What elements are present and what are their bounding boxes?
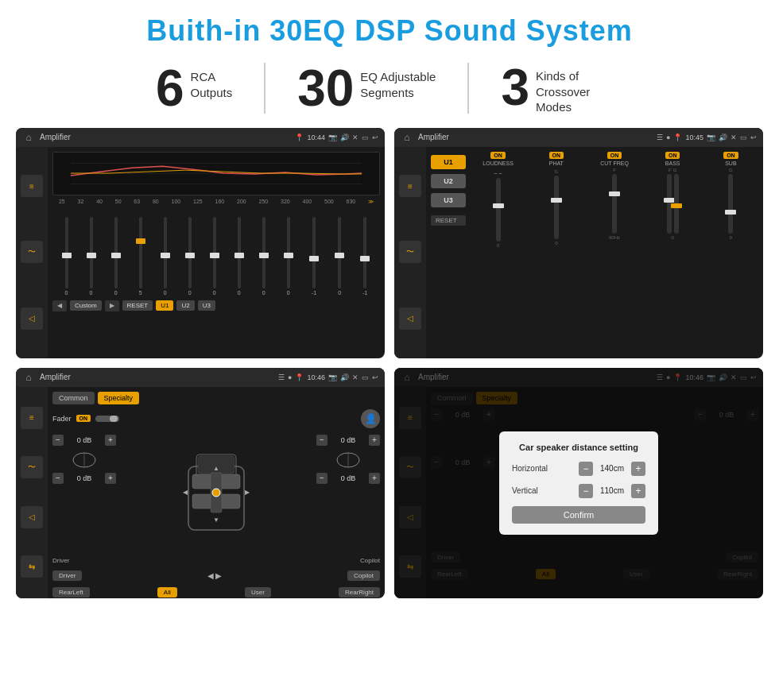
- dialog-horizontal-row: Horizontal − 140cm +: [512, 462, 645, 476]
- rearleft-btn[interactable]: RearLeft: [52, 587, 90, 598]
- fader-left: − 0 dB + − 0 dB: [52, 435, 116, 554]
- u2-btn[interactable]: U2: [431, 174, 466, 188]
- user-btn[interactable]: User: [245, 587, 271, 598]
- eq-play-btn[interactable]: ▶: [105, 300, 119, 311]
- amp-reset-btn[interactable]: RESET: [431, 215, 466, 226]
- eq-u1-btn[interactable]: U1: [156, 300, 173, 311]
- eq-slider-5[interactable]: 0: [188, 208, 192, 296]
- eq-slider-3[interactable]: 5: [139, 208, 142, 296]
- left-sidebar-1: ≡ 〜 ◁: [16, 147, 48, 358]
- sidebar-speaker-icon[interactable]: ◁: [21, 307, 43, 330]
- location-icon-2: 📍: [673, 133, 682, 141]
- sidebar-eq-icon[interactable]: ≡: [21, 175, 43, 197]
- u1-btn[interactable]: U1: [431, 155, 466, 169]
- horizontal-minus-btn[interactable]: −: [579, 462, 593, 476]
- bass-slider-g[interactable]: [674, 174, 679, 234]
- sidebar-speaker-icon-3[interactable]: ◁: [21, 506, 43, 528]
- menu-icon-3: ☰: [278, 373, 285, 381]
- vertical-plus-btn[interactable]: +: [631, 484, 645, 498]
- fader-plus-4[interactable]: +: [369, 473, 380, 484]
- sidebar-eq-icon-2[interactable]: ≡: [399, 175, 421, 197]
- eq-slider-8[interactable]: 0: [262, 208, 265, 296]
- volume-icon-2: 🔊: [719, 133, 727, 141]
- u3-btn[interactable]: U3: [431, 193, 466, 207]
- home-icon-2[interactable]: ⌂: [401, 131, 413, 144]
- fader-val-1: 0 dB: [67, 436, 102, 444]
- stat-label-eq: EQ AdjustableSegments: [360, 69, 436, 100]
- horizontal-plus-btn[interactable]: +: [631, 462, 645, 476]
- cutfreq-slider[interactable]: [612, 174, 617, 234]
- eq-u2-btn[interactable]: U2: [176, 300, 194, 311]
- phat-slider[interactable]: [554, 176, 559, 239]
- screen-eq[interactable]: ⌂ Amplifier 📍 10:44 📷 🔊 ✕ ▭ ↩ ≡ 〜 ◁: [16, 128, 385, 358]
- sub-on[interactable]: ON: [723, 152, 738, 159]
- fader-plus-1[interactable]: +: [105, 435, 116, 446]
- eq-slider-0[interactable]: 0: [65, 208, 68, 296]
- driver-btn[interactable]: Driver: [52, 570, 82, 581]
- car-diagram: ▲ ▼ ◀ ▶: [121, 435, 312, 554]
- screen-fader[interactable]: ⌂ Amplifier ☰ ● 📍 10:46 📷 🔊 ✕ ▭ ↩ ≡ 〜 ◁ …: [16, 368, 385, 598]
- fader-minus-3[interactable]: −: [316, 435, 327, 446]
- home-icon-3[interactable]: ⌂: [22, 371, 35, 384]
- confirm-button[interactable]: Confirm: [512, 506, 645, 524]
- eq-slider-4[interactable]: 0: [164, 208, 167, 296]
- eq-slider-10[interactable]: -1: [312, 208, 316, 296]
- sidebar-wave-icon[interactable]: 〜: [21, 241, 43, 263]
- dot-icon-2: ●: [666, 133, 670, 141]
- bass-on[interactable]: ON: [665, 152, 680, 159]
- fader-on-badge[interactable]: ON: [76, 415, 91, 422]
- top-bar-time-2: 10:45: [685, 133, 703, 141]
- page-title: Buith-in 30EQ DSP Sound System: [0, 0, 779, 56]
- screen-dialog[interactable]: ⌂ Amplifier ☰ ● 📍 10:46 📷 🔊 ✕ ▭ ↩ ≡ 〜 ◁ …: [394, 368, 763, 598]
- home-icon-1[interactable]: ⌂: [22, 131, 35, 144]
- eq-slider-2[interactable]: 0: [114, 208, 118, 296]
- eq-bottom-bar: ◀ Custom ▶ RESET U1 U2 U3: [52, 300, 380, 311]
- fader-plus-3[interactable]: +: [369, 435, 380, 446]
- fader-minus-4[interactable]: −: [316, 473, 327, 484]
- all-btn[interactable]: All: [157, 587, 177, 598]
- eq-custom-btn[interactable]: Custom: [70, 300, 102, 311]
- vertical-minus-btn[interactable]: −: [579, 484, 593, 498]
- bass-section: ON BASS FG 0: [645, 152, 700, 354]
- eq-slider-6[interactable]: 0: [213, 208, 216, 296]
- rearright-btn[interactable]: RearRight: [339, 587, 380, 598]
- sidebar-eq-icon-3[interactable]: ≡: [21, 407, 43, 429]
- tab-specialty[interactable]: Specialty: [98, 392, 140, 404]
- eq-reset-btn[interactable]: RESET: [122, 300, 153, 311]
- left-sidebar-2: ≡ 〜 ◁: [394, 147, 426, 358]
- volume-icon-1: 🔊: [340, 133, 349, 141]
- eq-slider-9[interactable]: 0: [287, 208, 290, 296]
- stat-number-eq: 30: [297, 63, 354, 114]
- eq-slider-12[interactable]: -1: [362, 208, 367, 296]
- person-icon[interactable]: 👤: [361, 409, 380, 428]
- fader-minus-1[interactable]: −: [52, 435, 64, 446]
- cutfreq-on[interactable]: ON: [607, 152, 622, 159]
- chevron-left-icon[interactable]: ◀: [207, 571, 214, 580]
- dot-icon-3: ●: [288, 373, 292, 381]
- copilot-btn[interactable]: Copilot: [347, 570, 380, 581]
- sidebar-speaker-icon-2[interactable]: ◁: [399, 307, 421, 330]
- eq-slider-11[interactable]: 0: [338, 208, 341, 296]
- loudness-on[interactable]: ON: [490, 152, 506, 159]
- fader-plus-2[interactable]: +: [105, 473, 116, 484]
- eq-prev-btn[interactable]: ◀: [52, 300, 67, 311]
- sidebar-arrows-icon-3[interactable]: ⇆: [21, 555, 43, 578]
- eq-slider-7[interactable]: 0: [238, 208, 241, 296]
- sidebar-wave-icon-2[interactable]: 〜: [399, 241, 421, 263]
- chevron-right-icon[interactable]: ▶: [215, 571, 222, 580]
- sidebar-wave-icon-3[interactable]: 〜: [21, 456, 43, 478]
- screen-amp[interactable]: ⌂ Amplifier ☰ ● 📍 10:45 📷 🔊 ✕ ▭ ↩ ≡ 〜 ◁: [394, 128, 763, 358]
- screen3-content: ≡ 〜 ◁ ⇆ Common Specialty Fader ON: [16, 387, 385, 598]
- fader-tabs: Common Specialty: [52, 392, 380, 404]
- tab-common[interactable]: Common: [52, 392, 95, 404]
- window-icon-3: ▭: [362, 373, 369, 381]
- fader-minus-2[interactable]: −: [52, 473, 64, 484]
- eq-slider-1[interactable]: 0: [90, 208, 93, 296]
- phat-on[interactable]: ON: [549, 152, 564, 159]
- sub-label: SUB: [725, 160, 736, 166]
- eq-u3-btn[interactable]: U3: [198, 300, 215, 311]
- speaker-distance-dialog: Car speaker distance setting Horizontal …: [499, 431, 658, 535]
- loudness-slider[interactable]: [496, 178, 501, 242]
- sub-slider[interactable]: [728, 174, 733, 234]
- location-icon-3: 📍: [295, 373, 304, 381]
